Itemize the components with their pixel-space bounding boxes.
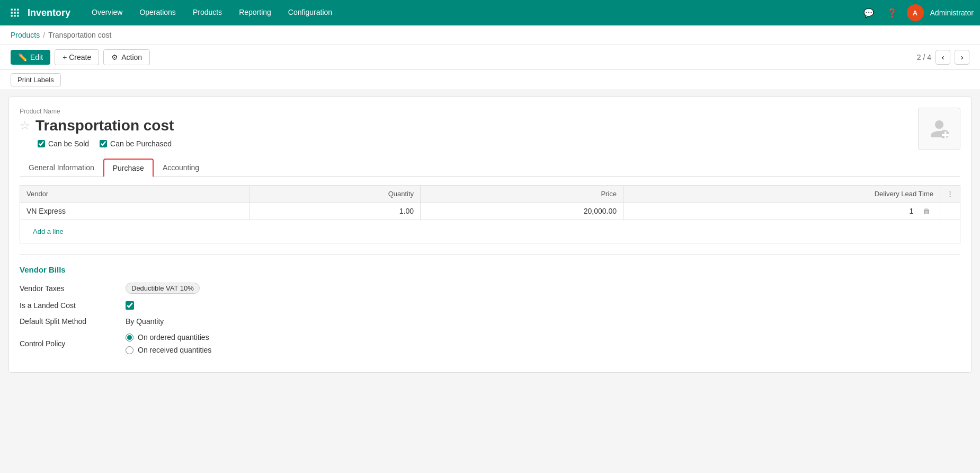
chat-icon[interactable]: 💬 [860,4,877,21]
username-label[interactable]: Administrator [930,8,974,17]
breadcrumb-separator: / [43,31,45,39]
app-brand: Inventory [28,7,70,19]
tab-accounting[interactable]: Accounting [154,159,208,177]
favorite-icon[interactable]: ☆ [20,119,30,133]
radio-received-input[interactable] [126,346,133,354]
breadcrumb-products[interactable]: Products [11,31,40,39]
radio-ordered-input[interactable] [126,334,133,341]
can-be-sold-input[interactable] [38,140,45,147]
tab-general-information[interactable]: General Information [20,159,103,177]
can-be-purchased-label: Can be Purchased [110,139,172,148]
action-toolbar: ✏️ Edit + Create ⚙ Action 2 / 4 ‹ › [0,45,980,70]
can-be-sold-checkbox[interactable]: Can be Sold [38,139,89,148]
add-line-button[interactable]: Add a line [26,224,70,239]
vendor-taxes-value[interactable]: Deductible VAT 10% [126,283,200,294]
price-cell[interactable]: 20,000.00 [421,203,623,220]
is-landed-cost-checkbox[interactable] [126,301,134,310]
radio-received-label: On received quantities [138,346,211,354]
sub-toolbar: Print Labels [0,70,980,90]
product-form: Product Name ☆ Transportation cost Can b… [8,97,972,373]
control-policy-row: Control Policy On ordered quantities On … [20,333,960,354]
can-be-sold-label: Can be Sold [48,139,89,148]
nav-item-operations[interactable]: Operations [131,0,184,25]
print-labels-button[interactable]: Print Labels [11,73,61,86]
vendor-taxes-row: Vendor Taxes Deductible VAT 10% [20,283,960,294]
product-header: Product Name ☆ Transportation cost Can b… [20,108,960,150]
top-navigation: Inventory Overview Operations Products R… [0,0,980,25]
lead-time-cell: 1 🗑 [623,203,940,220]
pagination: 2 / 4 ‹ › [917,50,969,65]
nav-right-section: 💬 ❓ A Administrator [860,4,974,21]
product-image[interactable] [918,108,960,150]
create-label: + Create [63,53,91,62]
pagination-next[interactable]: › [955,50,969,65]
vendor-name-cell[interactable]: VN Express [20,203,250,220]
help-icon[interactable]: ❓ [884,4,901,21]
nav-item-overview[interactable]: Overview [83,0,131,25]
col-vendor: Vendor [20,186,250,203]
can-be-purchased-input[interactable] [100,140,107,147]
product-title: Transportation cost [35,117,174,134]
product-tabs: General Information Purchase Accounting [20,159,960,177]
vendor-bills-title: Vendor Bills [20,265,960,274]
breadcrumb: Products / Transportation cost [0,25,980,45]
default-split-method-value[interactable]: By Quantity [126,317,164,326]
radio-ordered-quantities[interactable]: On ordered quantities [126,333,211,341]
add-line-cell: Add a line [20,220,960,243]
quantity-cell[interactable]: 1.00 [250,203,420,220]
col-quantity: Quantity [250,186,420,203]
radio-ordered-label: On ordered quantities [138,333,209,341]
radio-received-quantities[interactable]: On received quantities [126,346,211,354]
control-policy-options: On ordered quantities On received quanti… [126,333,211,354]
nav-item-reporting[interactable]: Reporting [230,0,280,25]
is-landed-cost-row: Is a Landed Cost [20,301,960,310]
edit-label: Edit [30,53,43,62]
delete-row-button[interactable]: 🗑 [920,206,933,216]
can-be-purchased-checkbox[interactable]: Can be Purchased [100,139,172,148]
pagination-info: 2 / 4 [917,53,931,62]
create-button[interactable]: + Create [55,49,99,65]
row-options-cell [940,203,960,220]
breadcrumb-current: Transportation cost [48,31,111,39]
add-line-row: Add a line [20,220,960,243]
action-label: Action [121,53,142,62]
edit-icon: ✏️ [18,53,27,62]
product-checkboxes: Can be Sold Can be Purchased [38,139,918,148]
edit-button[interactable]: ✏️ Edit [11,50,50,65]
nav-item-products[interactable]: Products [184,0,230,25]
apps-menu-icon[interactable] [6,4,23,21]
col-options: ⋮ [940,186,960,203]
nav-item-configuration[interactable]: Configuration [280,0,341,25]
product-title-row: ☆ Transportation cost [20,117,918,134]
tab-purchase[interactable]: Purchase [103,159,154,177]
col-price: Price [421,186,623,203]
control-policy-label: Control Policy [20,339,126,348]
is-landed-cost-label: Is a Landed Cost [20,301,126,310]
pagination-prev[interactable]: ‹ [936,50,950,65]
table-row: VN Express 1.00 20,000.00 1 🗑 [20,203,960,220]
col-lead-time: Delivery Lead Time [623,186,940,203]
nav-menu: Overview Operations Products Reporting C… [83,0,860,25]
default-split-method-label: Default Split Method [20,317,126,326]
gear-icon: ⚙ [111,53,118,62]
avatar[interactable]: A [907,4,924,21]
vendor-table: Vendor Quantity Price Delivery Lead Time… [20,185,960,243]
product-info-left: Product Name ☆ Transportation cost Can b… [20,108,918,148]
default-split-method-row: Default Split Method By Quantity [20,317,960,326]
action-button[interactable]: ⚙ Action [103,49,150,65]
vendor-taxes-label: Vendor Taxes [20,284,126,293]
product-name-label: Product Name [20,108,918,115]
section-divider [20,254,960,255]
